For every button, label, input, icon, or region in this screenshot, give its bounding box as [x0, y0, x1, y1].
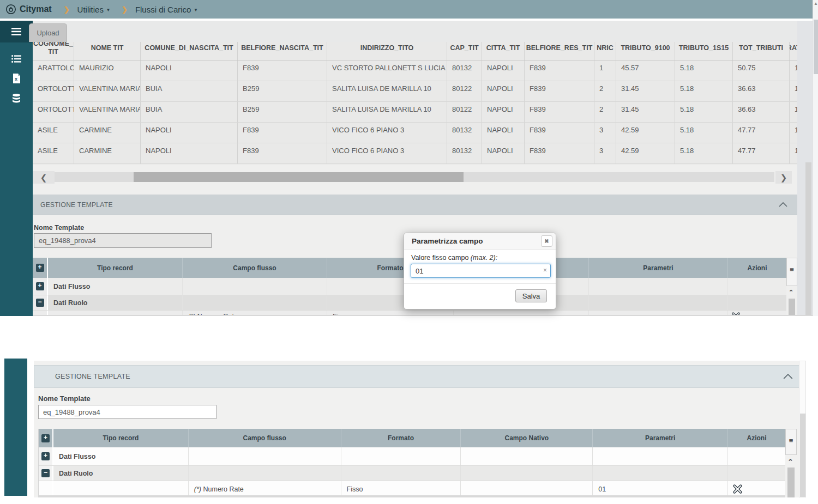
column-header[interactable]: Azioni [728, 258, 786, 278]
sidebar-item-menu[interactable] [0, 21, 33, 42]
column-header[interactable]: Campo flusso [189, 429, 341, 447]
collapse-chevron-icon[interactable] [783, 374, 793, 379]
page-scrollbar-thumb[interactable] [800, 414, 805, 497]
column-header[interactable]: COGNOME_ TIT [33, 42, 74, 60]
column-header[interactable]: NOME TIT [74, 42, 141, 60]
table-row[interactable]: ASILECARMINENAPOLIF839VICO FICO 6 PIANO … [33, 143, 797, 164]
column-header[interactable]: BELFIORE_RES_TIT [525, 42, 594, 60]
clear-input-icon[interactable]: × [543, 266, 547, 274]
scroll-right-button[interactable]: ❯ [775, 171, 792, 184]
column-header[interactable]: CITTA_TIT [482, 42, 525, 60]
column-header[interactable]: COMUNE_DI_NASCITA_TIT [141, 42, 238, 60]
column-chooser-button[interactable]: ≡ [785, 429, 797, 455]
nome-template-label: Nome Template [38, 394, 91, 403]
cell [461, 447, 593, 465]
tab-upload-label: Upload [37, 29, 59, 37]
cell: VC STORTO PALLONETT S LUCIA 16 [327, 60, 447, 81]
column-header[interactable]: TRIBUTO_1S15 [675, 42, 733, 60]
scrollbar-thumb[interactable] [814, 20, 818, 74]
column-chooser-button[interactable]: ≡ [786, 258, 797, 286]
valore-fisso-input[interactable] [411, 264, 551, 278]
column-header[interactable]: Parametri [593, 429, 728, 447]
cell: 2 [594, 102, 616, 122]
scroll-left-button[interactable]: ❮ [33, 171, 55, 184]
column-header[interactable]: Formato [341, 429, 461, 447]
table-row[interactable]: ASILECARMINENAPOLIF839VICO FICO 6 PIANO … [33, 123, 797, 143]
column-header[interactable]: Campo flusso [183, 258, 327, 278]
table-row[interactable]: ORTOLOTTIVALENTINA MARIABUIAB259SALITA L… [33, 81, 797, 102]
column-header[interactable]: TOT_TRIBUTI [733, 42, 790, 60]
close-button[interactable]: ✖ [541, 235, 552, 247]
collapse-chevron-icon[interactable] [779, 202, 787, 207]
chevron-left-icon: ❮ [40, 173, 47, 183]
cell [589, 295, 728, 310]
cell: BUIA [141, 102, 238, 122]
column-header[interactable]: INDIRIZZO_TITO [327, 42, 447, 60]
tab-upload[interactable]: Upload [29, 23, 67, 42]
horizontal-scrollbar[interactable] [55, 172, 774, 182]
group-row-dati-ruolo[interactable]: − Dati Ruolo [39, 466, 785, 481]
collapse-button[interactable]: − [36, 299, 44, 307]
horizontal-scrollbar-2[interactable] [38, 495, 785, 497]
cell: 1 [790, 143, 797, 163]
sidebar-item-database[interactable] [0, 88, 33, 108]
cell: NAPOLI [482, 60, 525, 81]
cell: BUIA [141, 81, 238, 101]
cell: 36.63 [733, 81, 790, 101]
column-header[interactable]: BELFIORE_NASCITA_TIT [238, 42, 327, 60]
app-root: Citymat ❯ Utilities ▾ ❯ Flussi di Carico… [0, 0, 818, 504]
browser-scrollbar[interactable]: ▲ [813, 0, 818, 316]
nome-template-input[interactable] [34, 233, 212, 248]
expand-all-button[interactable]: + [36, 264, 44, 272]
nome-template-input[interactable] [38, 405, 216, 419]
menu-flussi-di-carico[interactable]: Flussi di Carico ▾ [135, 5, 197, 14]
cell: 80122 [447, 81, 482, 101]
chevron-down-icon: ▾ [194, 7, 197, 13]
remove-parameter-icon[interactable] [732, 484, 743, 494]
column-header[interactable]: CAP_TIT [447, 42, 482, 60]
cell: SALITA LUISA DE MARILLA 10 [327, 102, 447, 122]
vertical-scrollbar-thumb[interactable] [787, 467, 795, 497]
vertical-scroll-up-icon[interactable]: ⌃ [789, 289, 793, 296]
column-header[interactable]: Campo Nativo [461, 429, 593, 447]
top-navbar: Citymat ❯ Utilities ▾ ❯ Flussi di Carico… [0, 0, 813, 19]
menu-utilities[interactable]: Utilities ▾ [77, 5, 110, 14]
cell: 31.45 [616, 102, 675, 122]
cell: 42.59 [616, 143, 675, 163]
expand-button[interactable]: + [36, 282, 44, 290]
cell: F839 [525, 123, 594, 143]
scrollbar-up-icon[interactable]: ▲ [814, 1, 818, 6]
sidebar-item-excel-export[interactable]: x [0, 69, 33, 88]
gestione-template-panel-header-2[interactable]: GESTIONE TEMPLATE [34, 365, 804, 388]
save-button[interactable]: Salva [515, 289, 547, 302]
table-row[interactable]: ARATTOLOMAURIZIONAPOLIF839VC STORTO PALL… [33, 60, 797, 81]
excel-file-icon: x [12, 74, 21, 83]
sidebar-item-list[interactable] [0, 49, 33, 69]
dialog-title: Parametrizza campo [412, 237, 483, 245]
page-scroll-strip [799, 361, 806, 497]
group-label: Dati Flusso [53, 447, 189, 465]
column-header[interactable]: NRATE [790, 42, 797, 60]
cell: NAPOLI [482, 123, 525, 143]
horizontal-scrollbar-thumb[interactable] [134, 172, 464, 182]
expander-cell: + [39, 447, 53, 465]
gestione-template-panel-header[interactable]: GESTIONE TEMPLATE [33, 195, 797, 215]
expand-button[interactable]: + [41, 452, 50, 460]
expand-all-button[interactable]: + [41, 434, 50, 442]
vertical-scrollbar-thumb[interactable] [789, 299, 795, 316]
column-header[interactable]: NRIC [594, 42, 616, 60]
vertical-scroll-up-icon[interactable]: ⌃ [787, 458, 793, 466]
cell: CARMINE [74, 123, 141, 143]
citymat-logo-icon [5, 4, 16, 15]
collapse-button[interactable]: − [41, 469, 50, 477]
group-row-dati-flusso[interactable]: + Dati Flusso [39, 447, 785, 466]
inner-scrollbar-thumb[interactable] [805, 162, 811, 316]
column-header[interactable]: Tipo record [53, 429, 189, 447]
column-header[interactable]: Parametri [589, 258, 728, 278]
brand[interactable]: Citymat [5, 4, 52, 15]
table-row[interactable]: ORTOLOTTIVALENTINA MARIABUIAB259SALITA L… [33, 102, 797, 123]
column-header[interactable]: Tipo record [48, 258, 183, 278]
column-header[interactable]: TRIBUTO_9100 [616, 42, 675, 60]
cell: 45.57 [616, 60, 675, 81]
column-header[interactable]: Azioni [728, 429, 785, 447]
